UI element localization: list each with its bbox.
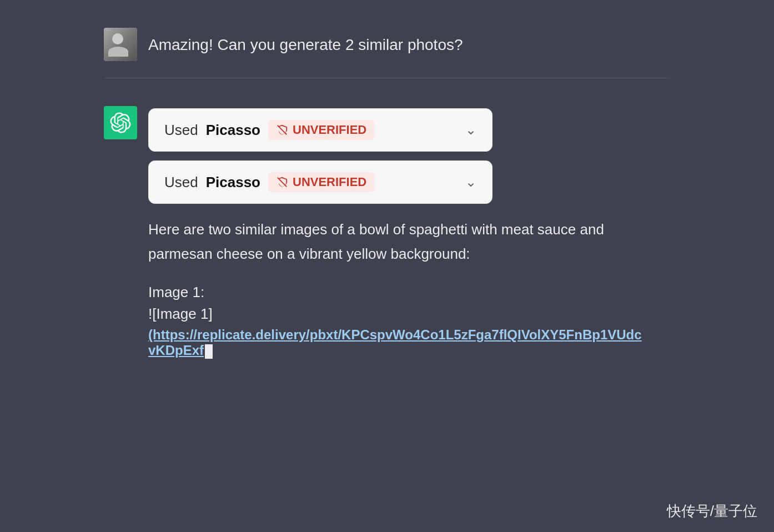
ai-content: Used Picasso UNVERIFIED ⌄ xyxy=(148,106,670,359)
unverified-icon-1 xyxy=(276,124,288,136)
unverified-icon-2 xyxy=(276,176,288,188)
tool-card-1-name: Picasso xyxy=(206,122,260,139)
ai-message: Used Picasso UNVERIFIED ⌄ xyxy=(104,95,670,370)
image1-label: Image 1: xyxy=(148,284,670,301)
user-message: Amazing! Can you generate 2 similar phot… xyxy=(104,17,670,78)
chatgpt-logo-icon xyxy=(110,112,131,133)
unverified-badge-2-text: UNVERIFIED xyxy=(293,175,366,189)
unverified-badge-2: UNVERIFIED xyxy=(268,172,374,192)
tool-card-2-text: Used Picasso UNVERIFIED xyxy=(164,172,454,192)
user-message-text: Amazing! Can you generate 2 similar phot… xyxy=(148,28,463,57)
image1-url[interactable]: (https://replicate.delivery/pbxt/KPCspvW… xyxy=(148,327,648,359)
unverified-badge-1: UNVERIFIED xyxy=(268,120,374,140)
tool-card-2[interactable]: Used Picasso UNVERIFIED ⌄ xyxy=(148,160,492,204)
watermark: 快传号/量子位 xyxy=(667,501,757,521)
ai-avatar xyxy=(104,106,137,139)
unverified-badge-1-text: UNVERIFIED xyxy=(293,123,366,137)
image1-section: Image 1: ![Image 1] (https://replicate.d… xyxy=(148,284,670,359)
tool-card-1-text: Used Picasso UNVERIFIED xyxy=(164,120,454,140)
chevron-down-icon-2: ⌄ xyxy=(465,174,476,190)
chat-container: Amazing! Can you generate 2 similar phot… xyxy=(82,0,692,387)
tool-card-1[interactable]: Used Picasso UNVERIFIED ⌄ xyxy=(148,108,492,152)
image1-markdown: ![Image 1] xyxy=(148,305,670,323)
response-intro-text: Here are two similar images of a bowl of… xyxy=(148,217,648,266)
user-avatar xyxy=(104,28,137,61)
text-cursor xyxy=(205,344,213,359)
tool-card-2-name: Picasso xyxy=(206,174,260,191)
tool-card-2-prefix: Used xyxy=(164,174,198,191)
tool-card-1-prefix: Used xyxy=(164,122,198,139)
chevron-down-icon-1: ⌄ xyxy=(465,122,476,138)
